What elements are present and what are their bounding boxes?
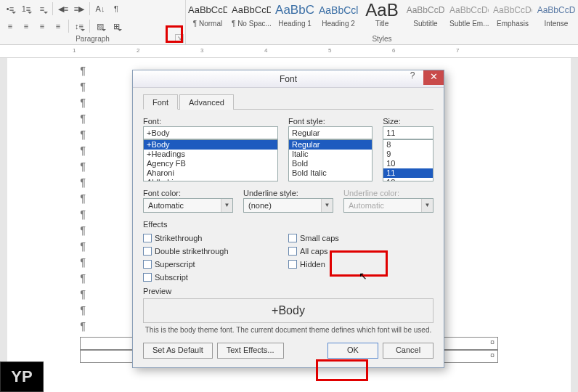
dialog-title: Font xyxy=(280,74,297,84)
font-style-input[interactable]: Regular xyxy=(288,126,373,139)
style-list-item[interactable]: Regular xyxy=(289,140,372,150)
multilevel-list-button[interactable]: ≡ xyxy=(35,1,49,16)
style-gallery-item[interactable]: AaBbCcDc¶ No Spac... xyxy=(229,0,273,35)
close-button[interactable]: ✕ xyxy=(423,70,444,85)
ruler-tick: 3 xyxy=(200,47,203,54)
style-gallery-item[interactable]: AaBbCcDcEmphasis xyxy=(491,0,534,35)
font-label: Font: xyxy=(143,117,278,126)
ok-button[interactable]: OK xyxy=(327,343,378,359)
numbering-button[interactable]: 1≡ xyxy=(19,1,33,16)
size-label: Size: xyxy=(383,117,434,126)
font-color-combo[interactable]: Automatic▼ xyxy=(143,198,233,213)
style-gallery-item[interactable]: AaBbCcDIntense xyxy=(534,0,578,35)
preview-box: +Body xyxy=(143,298,434,323)
increase-indent-button[interactable]: ≡▶ xyxy=(72,1,86,16)
size-list-item[interactable]: 11 xyxy=(383,168,433,178)
style-gallery-item[interactable]: AaBbCHeading 1 xyxy=(273,0,317,35)
hidden-checkbox[interactable]: Hidden xyxy=(288,258,434,271)
style-gallery-item[interactable]: AaBTitle xyxy=(360,0,404,35)
horizontal-ruler[interactable]: 1234567 xyxy=(0,45,578,58)
font-list-item[interactable]: +Headings xyxy=(144,150,277,159)
line-spacing-button[interactable]: ↕≡ xyxy=(72,19,86,33)
sort-button[interactable]: A↓ xyxy=(93,1,107,16)
show-marks-button[interactable]: ¶ xyxy=(109,1,123,16)
ruler-tick: 7 xyxy=(456,47,459,54)
help-button[interactable]: ? xyxy=(403,70,422,85)
underline-style-combo[interactable]: (none)▼ xyxy=(243,198,333,213)
size-list-item[interactable]: 10 xyxy=(383,159,433,168)
ruler-tick: 5 xyxy=(328,47,331,54)
paragraph-group-label: Paragraph xyxy=(0,35,185,44)
bullets-button[interactable]: •≡ xyxy=(3,1,17,16)
align-right-button[interactable]: ≡ xyxy=(35,19,49,33)
preview-description: This is the body theme font. The current… xyxy=(143,326,434,334)
font-list-item[interactable]: Aharoni xyxy=(144,168,277,178)
font-style-label: Font style: xyxy=(288,117,373,126)
dialog-tabs: Font Advanced xyxy=(143,94,434,110)
font-list-item[interactable]: +Body xyxy=(144,140,277,150)
styles-group: AaBbCcDc¶ NormalAaBbCcDc¶ No Spac...AaBb… xyxy=(186,0,578,44)
small-caps-checkbox[interactable]: Small caps xyxy=(288,232,434,245)
font-list-item[interactable]: Aldhabi xyxy=(144,178,277,181)
style-gallery-item[interactable]: AaBbCcDc¶ Normal xyxy=(186,0,229,35)
style-gallery-item[interactable]: AaBbCcDcSubtle Em... xyxy=(447,0,491,35)
dialog-titlebar[interactable]: Font ? ✕ xyxy=(133,70,444,88)
cursor-icon: ↖ xyxy=(359,270,367,282)
cancel-button[interactable]: Cancel xyxy=(383,343,434,359)
effects-label: Effects xyxy=(143,220,434,229)
all-caps-checkbox[interactable]: All caps xyxy=(288,245,434,258)
font-input[interactable]: +Body xyxy=(143,126,278,139)
underline-color-combo: Automatic▼ xyxy=(343,198,434,213)
size-listbox[interactable]: 89101112 xyxy=(383,139,434,181)
tab-advanced[interactable]: Advanced xyxy=(179,94,234,110)
underline-style-label: Underline style: xyxy=(243,189,333,197)
paragraph-launcher-icon[interactable]: ↘ xyxy=(175,34,184,43)
ruler-tick: 4 xyxy=(264,47,267,54)
align-left-button[interactable]: ≡ xyxy=(3,19,17,33)
font-color-label: Font color: xyxy=(143,189,233,197)
ruler-tick: 6 xyxy=(392,47,395,54)
set-as-default-button[interactable]: Set As Default xyxy=(143,343,213,359)
decrease-indent-button[interactable]: ◀≡ xyxy=(56,1,70,16)
shading-button[interactable]: ▨ xyxy=(93,19,107,33)
subscript-checkbox[interactable]: Subscript xyxy=(143,271,288,284)
style-gallery-item[interactable]: AaBbCcDSubtitle xyxy=(404,0,447,35)
underline-color-label: Underline color: xyxy=(343,189,434,197)
font-dialog: Font ? ✕ Font Advanced Font: +Body +Body… xyxy=(132,70,444,368)
borders-button[interactable]: ⊞ xyxy=(109,19,123,33)
font-list-item[interactable]: Agency FB xyxy=(144,159,277,168)
style-gallery-item[interactable]: AaBbCclHeading 2 xyxy=(317,0,360,35)
watermark-logo: YP xyxy=(0,362,44,392)
size-list-item[interactable]: 8 xyxy=(383,140,433,150)
ruler-tick: 1 xyxy=(73,47,76,54)
double-strikethrough-checkbox[interactable]: Double strikethrough xyxy=(143,245,288,258)
font-style-listbox[interactable]: RegularItalicBoldBold Italic xyxy=(288,139,373,181)
strikethrough-checkbox[interactable]: Strikethrough xyxy=(143,232,288,245)
tab-font[interactable]: Font xyxy=(143,94,178,110)
size-input[interactable]: 11 xyxy=(383,126,434,139)
font-listbox[interactable]: +Body+HeadingsAgency FBAharoniAldhabi xyxy=(143,139,278,181)
styles-group-label: Styles xyxy=(186,35,578,44)
preview-label: Preview xyxy=(143,287,434,295)
size-list-item[interactable]: 12 xyxy=(383,178,433,181)
size-list-item[interactable]: 9 xyxy=(383,150,433,159)
paragraph-group: •≡ 1≡ ≡ ◀≡ ≡▶ A↓ ¶ ≡ ≡ ≡ ≡ ↕≡ ▨ ⊞ Paragr… xyxy=(0,0,186,44)
ruler-tick: 2 xyxy=(137,47,139,54)
justify-button[interactable]: ≡ xyxy=(51,19,65,33)
text-effects-button[interactable]: Text Effects... xyxy=(217,343,284,359)
style-list-item[interactable]: Italic xyxy=(289,150,372,159)
superscript-checkbox[interactable]: Superscript xyxy=(143,258,288,271)
style-list-item[interactable]: Bold xyxy=(289,159,372,168)
align-center-button[interactable]: ≡ xyxy=(19,19,33,33)
ribbon: •≡ 1≡ ≡ ◀≡ ≡▶ A↓ ¶ ≡ ≡ ≡ ≡ ↕≡ ▨ ⊞ Paragr… xyxy=(0,0,578,45)
style-list-item[interactable]: Bold Italic xyxy=(289,168,372,178)
